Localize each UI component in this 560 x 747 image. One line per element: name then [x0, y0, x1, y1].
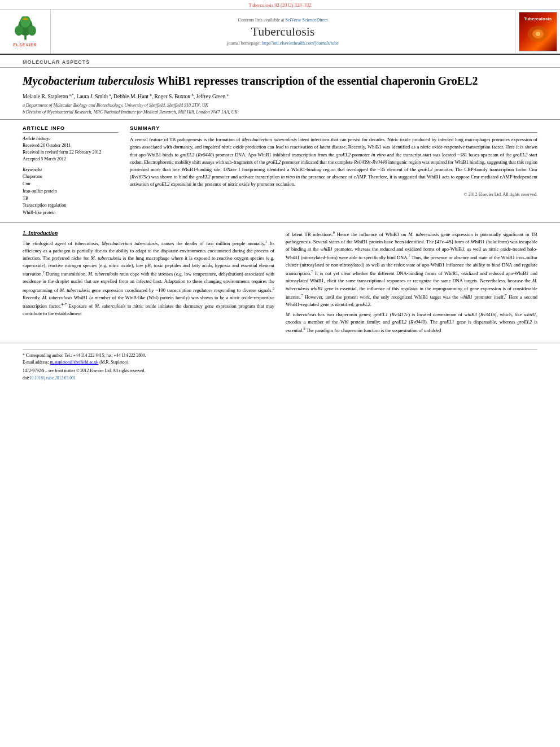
email-label: E-mail address:: [23, 360, 49, 365]
footer-doi: doi:10.1016/j.tube.2012.03.001: [23, 375, 537, 381]
elsevier-logo-area: ELSEVIER: [0, 10, 51, 54]
history-label: Article history:: [23, 136, 119, 141]
affiliation-a: a Department of Molecular Biology and Bi…: [23, 102, 537, 109]
body-section: 1. Introduction The etiological agent of…: [0, 223, 560, 337]
revised-date: Received in revised form 22 February 201…: [23, 149, 119, 156]
cover-art-icon: [521, 21, 555, 47]
article-info-summary-section: ARTICLE INFO Article history: Received 2…: [0, 120, 560, 223]
author-melanie: Melanie R. Stapleton a,*, Laura J. Smith…: [23, 94, 229, 99]
keyword-3: TB: [23, 195, 119, 203]
article-info-header: ARTICLE INFO: [23, 125, 119, 133]
svg-point-3: [28, 25, 36, 36]
body-left-text: The etiological agent of tuberculosis, M…: [23, 239, 274, 317]
body-right-text: of latent TB infections.8 Hence the infl…: [286, 230, 537, 334]
keyword-1: Cmr: [23, 181, 119, 188]
elsevier-tree-icon: [11, 16, 40, 42]
svg-point-2: [15, 25, 23, 36]
doi-link[interactable]: 10.1016/j.tube.2012.03.001: [29, 375, 76, 381]
title-normal-part: WhiB1 represses transcription of the ess…: [155, 75, 478, 87]
article-title-section: Mycobacterium tuberculosis WhiB1 repress…: [0, 68, 560, 120]
journal-title: Tuberculosis: [251, 24, 315, 39]
title-italic-part: Mycobacterium tuberculosis: [23, 75, 155, 87]
sciverse-link[interactable]: Contents lists available at SciVerse Sci…: [238, 18, 328, 23]
keywords-label: Keywords:: [23, 167, 119, 172]
cover-thumbnail: Tuberculosis: [519, 12, 557, 51]
body-left-para-1: The etiological agent of tuberculosis, M…: [23, 239, 274, 317]
keywords-block: Keywords: Chaperone Cmr Iron–sulfur prot…: [23, 167, 119, 217]
affiliations: a Department of Molecular Biology and Bi…: [23, 102, 537, 116]
svg-rect-6: [25, 18, 26, 19]
email-link[interactable]: m.stapleton@sheffield.ac.uk: [50, 360, 99, 365]
journal-top-bar: Tuberculosis 92 (2012) 328–332: [0, 0, 560, 10]
journal-homepage: journal homepage: http://intl.elsevierhe…: [227, 41, 339, 46]
accepted-date: Accepted 5 March 2012: [23, 156, 119, 163]
elsevier-logo: ELSEVIER: [11, 16, 40, 47]
affiliation-b: b Division of Mycobacterial Research, MR…: [23, 109, 537, 116]
summary-text: A central feature of TB pathogenesis is …: [130, 136, 537, 199]
summary-paragraph: A central feature of TB pathogenesis is …: [130, 136, 537, 188]
email-suffix: (M.R. Stapleton).: [99, 360, 129, 365]
sciverse-anchor[interactable]: SciVerse ScienceDirect: [286, 18, 328, 23]
journal-homepage-link[interactable]: http://intl.elsevierhealth.com/journals/…: [262, 41, 339, 46]
footnote: * Corresponding author. Tel.: +44 114 22…: [23, 349, 537, 366]
journal-reference: Tuberculosis 92 (2012) 328–332: [249, 2, 312, 8]
elsevier-brand-label: ELSEVIER: [13, 43, 37, 47]
summary-col: SUMMARY A central feature of TB pathogen…: [130, 125, 537, 217]
keyword-0: Chaperone: [23, 173, 119, 181]
keyword-5: WhiB-like protein: [23, 209, 119, 217]
intro-section-title: 1. Introduction: [23, 230, 274, 236]
cover-label: Tuberculosis: [524, 16, 552, 21]
summary-header: SUMMARY: [130, 125, 537, 133]
keyword-4: Transcription regulation: [23, 202, 119, 209]
svg-rect-0: [24, 36, 27, 40]
body-right-para-2: M. tuberculosis has two chaperonin genes…: [286, 311, 537, 334]
authors-line: Melanie R. Stapleton a,*, Laura J. Smith…: [23, 93, 537, 99]
article-history-block: Article history: Received 26 October 201…: [23, 136, 119, 163]
footer-area: * Corresponding author. Tel.: +44 114 22…: [0, 343, 560, 383]
copyright-notice: © 2012 Elsevier Ltd. All rights reserved…: [130, 191, 537, 198]
body-right-col: of latent TB infections.8 Hence the infl…: [286, 230, 537, 337]
journal-center: Contents lists available at SciVerse Sci…: [51, 10, 515, 54]
body-left-col: 1. Introduction The etiological agent of…: [23, 230, 274, 337]
journal-cover-image: Tuberculosis: [515, 10, 560, 54]
svg-point-10: [536, 32, 540, 36]
section-label: MOLECULAR ASPECTS: [0, 55, 560, 68]
article-info-col: ARTICLE INFO Article history: Received 2…: [23, 125, 119, 217]
journal-header: ELSEVIER Contents lists available at Sci…: [0, 10, 560, 55]
keyword-2: Iron–sulfur protein: [23, 188, 119, 195]
received-date: Received 26 October 2011: [23, 142, 119, 149]
footnote-asterisk: * Corresponding author. Tel.: +44 114 22…: [23, 353, 146, 358]
article-title: Mycobacterium tuberculosis WhiB1 repress…: [23, 73, 537, 88]
body-right-para-1: of latent TB infections.8 Hence the infl…: [286, 230, 537, 308]
footer-issn: 1472-9792/$ – see front matter © 2012 El…: [23, 368, 537, 374]
